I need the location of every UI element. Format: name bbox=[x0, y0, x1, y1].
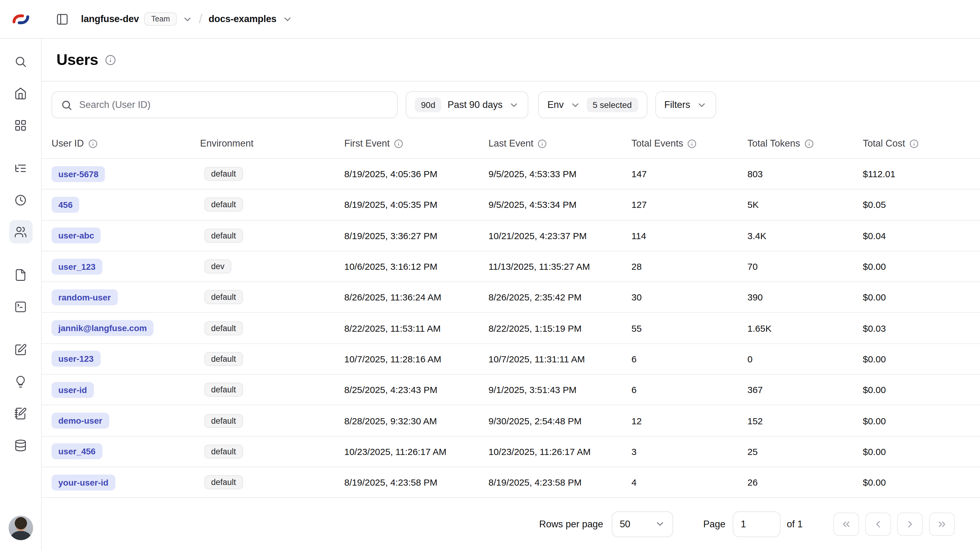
sidebar-item-home[interactable] bbox=[9, 82, 32, 105]
total-tokens-cell: 5K bbox=[748, 200, 863, 210]
user-id-badge[interactable]: 456 bbox=[51, 197, 80, 213]
total-cost-cell: $0.05 bbox=[863, 200, 970, 210]
chevrons-left-icon bbox=[841, 518, 852, 529]
sidebar-item-experiments[interactable] bbox=[9, 402, 32, 425]
home-icon bbox=[14, 87, 27, 100]
user-id-badge[interactable]: demo-user bbox=[51, 413, 109, 429]
user-avatar[interactable] bbox=[8, 516, 33, 540]
total-cost-cell: $0.00 bbox=[863, 415, 970, 426]
environment-cell: default bbox=[200, 228, 344, 243]
sidebar-item-search[interactable] bbox=[9, 50, 32, 73]
page-number-input[interactable] bbox=[733, 511, 781, 537]
last-page-button[interactable] bbox=[929, 512, 955, 536]
project-name: docs-examples bbox=[208, 13, 277, 25]
search-input[interactable] bbox=[79, 99, 388, 110]
table-row[interactable]: random-userdefault8/26/2025, 11:36:24 AM… bbox=[42, 282, 980, 313]
column-header-label: First Event bbox=[344, 138, 390, 149]
table-row[interactable]: user-5678default8/19/2025, 4:05:36 PM9/5… bbox=[42, 159, 980, 190]
environment-badge: dev bbox=[204, 259, 231, 273]
total-tokens-cell: 26 bbox=[748, 477, 863, 487]
user-id-cell: your-user-id bbox=[51, 474, 200, 490]
project-switcher[interactable]: docs-examples bbox=[208, 13, 293, 25]
total-cost-cell: $0.00 bbox=[863, 261, 970, 272]
table-row[interactable]: demo-userdefault8/28/2025, 9:32:30 AM9/3… bbox=[42, 406, 980, 437]
first-page-button[interactable] bbox=[833, 512, 859, 536]
total-events-cell: 114 bbox=[632, 230, 748, 241]
pagination-buttons bbox=[833, 512, 955, 536]
total-tokens-cell: 0 bbox=[748, 354, 863, 364]
info-icon[interactable] bbox=[105, 54, 116, 65]
info-icon bbox=[538, 139, 547, 148]
filters-button[interactable]: Filters bbox=[655, 91, 716, 118]
sidebar-item-users[interactable] bbox=[9, 220, 32, 243]
last-event-cell: 8/19/2025, 4:23:58 PM bbox=[488, 477, 632, 487]
column-header-label: Total Events bbox=[632, 138, 683, 149]
user-id-badge[interactable]: your-user-id bbox=[51, 474, 115, 490]
table-row[interactable]: your-user-iddefault8/19/2025, 4:23:58 PM… bbox=[42, 467, 980, 498]
info-icon bbox=[394, 139, 403, 148]
user-id-badge[interactable]: user_123 bbox=[51, 258, 102, 274]
last-event-cell: 10/21/2025, 4:23:37 PM bbox=[488, 230, 632, 241]
table-row[interactable]: user_123dev10/6/2025, 3:16:12 PM11/13/20… bbox=[42, 251, 980, 282]
rows-per-page-select[interactable]: 50 bbox=[612, 511, 673, 537]
user-id-badge[interactable]: random-user bbox=[51, 289, 118, 305]
page-count-label: of 1 bbox=[787, 518, 803, 529]
org-switcher[interactable]: langfuse-dev Team bbox=[81, 12, 192, 26]
sidebar-item-playground[interactable] bbox=[9, 295, 32, 318]
first-event-cell: 8/19/2025, 4:05:36 PM bbox=[344, 169, 488, 179]
user-id-badge[interactable]: user-5678 bbox=[51, 166, 105, 182]
user-id-badge[interactable]: user-abc bbox=[51, 227, 101, 243]
total-events-cell: 28 bbox=[632, 261, 748, 272]
user-id-badge[interactable]: jannik@langfuse.com bbox=[51, 320, 154, 336]
column-header-total_events[interactable]: Total Events bbox=[632, 138, 748, 149]
sidebar-item-tracing[interactable] bbox=[9, 156, 32, 180]
sidebar-toggle-button[interactable] bbox=[51, 9, 72, 29]
environment-cell: default bbox=[200, 475, 344, 489]
total-tokens-cell: 390 bbox=[748, 292, 863, 303]
table-row[interactable]: 456default8/19/2025, 4:05:35 PM9/5/2025,… bbox=[42, 190, 980, 221]
environment-badge: default bbox=[204, 290, 243, 304]
column-header-last_event[interactable]: Last Event bbox=[488, 138, 632, 149]
previous-page-button[interactable] bbox=[865, 512, 891, 536]
user-id-badge[interactable]: user-123 bbox=[51, 351, 100, 367]
environment-filter-button[interactable]: Env 5 selected bbox=[538, 91, 647, 118]
first-event-cell: 8/28/2025, 9:32:30 AM bbox=[344, 415, 488, 426]
table-row[interactable]: user_456default10/23/2025, 11:26:17 AM10… bbox=[42, 436, 980, 467]
total-cost-cell: $0.03 bbox=[863, 323, 970, 333]
table-row[interactable]: jannik@langfuse.comdefault8/22/2025, 11:… bbox=[42, 313, 980, 344]
user-id-badge[interactable]: user-id bbox=[51, 382, 94, 398]
environment-cell: default bbox=[200, 167, 344, 181]
environment-cell: default bbox=[200, 383, 344, 397]
date-range-badge: 90d bbox=[415, 97, 442, 112]
column-header-first_event[interactable]: First Event bbox=[344, 138, 488, 149]
first-event-cell: 8/19/2025, 4:23:58 PM bbox=[344, 477, 488, 487]
user-id-badge[interactable]: user_456 bbox=[51, 444, 102, 460]
date-range-button[interactable]: 90d Past 90 days bbox=[406, 91, 528, 118]
sidebar-item-evaluations[interactable] bbox=[9, 338, 32, 361]
next-page-button[interactable] bbox=[897, 512, 923, 536]
table-row[interactable]: user-123default10/7/2025, 11:28:16 AM10/… bbox=[42, 344, 980, 375]
user-id-cell: jannik@langfuse.com bbox=[51, 320, 200, 336]
sidebar-item-dashboards[interactable] bbox=[9, 113, 32, 137]
column-header-total_tokens[interactable]: Total Tokens bbox=[748, 138, 863, 149]
sidebar-item-sessions[interactable] bbox=[9, 188, 32, 212]
dashboards-icon bbox=[14, 119, 27, 132]
search-box bbox=[51, 91, 398, 118]
sidebar-item-datasets[interactable] bbox=[9, 434, 32, 457]
rows-per-page-label: Rows per page bbox=[539, 518, 603, 529]
column-header-user_id[interactable]: User ID bbox=[51, 138, 200, 149]
last-event-cell: 11/13/2025, 11:35:27 AM bbox=[488, 261, 632, 272]
sidebar-item-prompts[interactable] bbox=[9, 263, 32, 286]
lightbulb-icon bbox=[14, 375, 27, 388]
app-root: langfuse-dev Team / docs-examples bbox=[0, 0, 980, 550]
top-bar: langfuse-dev Team / docs-examples bbox=[0, 0, 980, 39]
langfuse-logo[interactable] bbox=[0, 12, 42, 26]
sidebar-item-annotation[interactable] bbox=[9, 370, 32, 393]
column-header-environment[interactable]: Environment bbox=[200, 138, 344, 149]
env-label: Env bbox=[547, 99, 564, 110]
first-event-cell: 10/6/2025, 3:16:12 PM bbox=[344, 261, 488, 272]
table-row[interactable]: user-abcdefault8/19/2025, 3:36:27 PM10/2… bbox=[42, 220, 980, 251]
column-header-total_cost[interactable]: Total Cost bbox=[863, 138, 970, 149]
breadcrumb: langfuse-dev Team / docs-examples bbox=[42, 9, 293, 29]
table-row[interactable]: user-iddefault8/25/2025, 4:23:43 PM9/1/2… bbox=[42, 375, 980, 406]
